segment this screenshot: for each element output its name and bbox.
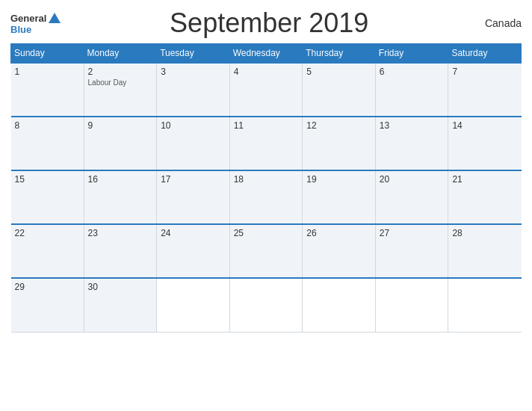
table-row: 9 (84, 117, 157, 170)
day-number: 26 (306, 228, 371, 238)
table-row: 28 (448, 224, 522, 278)
table-row: 2Labour Day (84, 63, 157, 117)
table-row (375, 278, 448, 332)
calendar-week-row: 15161718192021 (11, 170, 522, 224)
col-wednesday: Wednesday (229, 44, 303, 64)
day-number: 20 (380, 174, 445, 185)
day-number: 7 (452, 67, 517, 77)
calendar-title: September 2019 (61, 7, 477, 39)
table-row: 5 (303, 63, 376, 117)
table-row: 19 (303, 170, 376, 224)
col-friday: Friday (375, 44, 448, 64)
day-number: 4 (234, 67, 299, 77)
day-number: 25 (234, 228, 299, 238)
day-number: 27 (380, 228, 445, 238)
calendar-header-row: Sunday Monday Tuesday Wednesday Thursday… (11, 44, 522, 64)
calendar-week-row: 12Labour Day34567 (11, 63, 522, 117)
day-number: 28 (452, 228, 517, 238)
logo-blue-text: Blue (10, 25, 31, 34)
calendar-week-row: 891011121314 (11, 117, 522, 170)
day-number: 16 (88, 174, 153, 185)
day-number: 22 (15, 228, 80, 238)
col-saturday: Saturday (448, 44, 522, 64)
day-number: 24 (161, 228, 226, 238)
day-number: 1 (15, 67, 80, 77)
logo: General Blue (10, 13, 61, 34)
day-number: 14 (452, 120, 517, 131)
country-label: Canada (477, 17, 522, 29)
holiday-label: Labour Day (88, 78, 153, 87)
day-number: 21 (452, 174, 517, 185)
table-row: 13 (375, 117, 448, 170)
day-number: 17 (161, 174, 226, 185)
table-row: 16 (84, 170, 157, 224)
day-number: 30 (88, 282, 153, 292)
table-row: 27 (375, 224, 448, 278)
day-number: 6 (380, 67, 445, 77)
logo-icon (48, 11, 61, 25)
day-number: 13 (380, 120, 445, 131)
table-row: 17 (157, 170, 230, 224)
table-row: 20 (375, 170, 448, 224)
col-monday: Monday (84, 44, 157, 64)
day-number: 11 (234, 120, 299, 131)
day-number: 23 (88, 228, 153, 238)
table-row: 8 (11, 117, 84, 170)
table-row: 21 (448, 170, 522, 224)
day-number: 2 (88, 67, 153, 77)
table-row: 7 (448, 63, 522, 117)
calendar-page: General Blue September 2019 Canada Sunda… (0, 0, 532, 411)
col-tuesday: Tuesday (157, 44, 230, 64)
calendar-week-row: 2930 (11, 278, 522, 332)
table-row (157, 278, 230, 332)
day-number: 3 (161, 67, 226, 77)
table-row: 29 (11, 278, 84, 332)
day-number: 5 (306, 67, 371, 77)
table-row: 11 (229, 117, 303, 170)
table-row (303, 278, 376, 332)
calendar-table: Sunday Monday Tuesday Wednesday Thursday… (10, 43, 522, 333)
table-row: 23 (84, 224, 157, 278)
table-row: 22 (11, 224, 84, 278)
header: General Blue September 2019 Canada (10, 7, 522, 39)
table-row: 6 (375, 63, 448, 117)
table-row: 14 (448, 117, 522, 170)
table-row: 25 (229, 224, 303, 278)
table-row: 4 (229, 63, 303, 117)
table-row: 26 (303, 224, 376, 278)
svg-marker-0 (49, 13, 61, 23)
day-number: 9 (88, 120, 153, 131)
table-row: 12 (303, 117, 376, 170)
day-number: 18 (234, 174, 299, 185)
day-number: 15 (15, 174, 80, 185)
table-row: 10 (157, 117, 230, 170)
table-row: 15 (11, 170, 84, 224)
table-row: 18 (229, 170, 303, 224)
calendar-week-row: 22232425262728 (11, 224, 522, 278)
day-number: 10 (161, 120, 226, 131)
table-row: 24 (157, 224, 230, 278)
day-number: 8 (15, 120, 80, 131)
table-row (229, 278, 303, 332)
col-thursday: Thursday (303, 44, 376, 64)
day-number: 12 (306, 120, 371, 131)
table-row (448, 278, 522, 332)
table-row: 30 (84, 278, 157, 332)
logo-general-text: General (10, 13, 46, 23)
col-sunday: Sunday (11, 44, 84, 64)
table-row: 3 (157, 63, 230, 117)
table-row: 1 (11, 63, 84, 117)
day-number: 29 (15, 282, 80, 292)
day-number: 19 (306, 174, 371, 185)
